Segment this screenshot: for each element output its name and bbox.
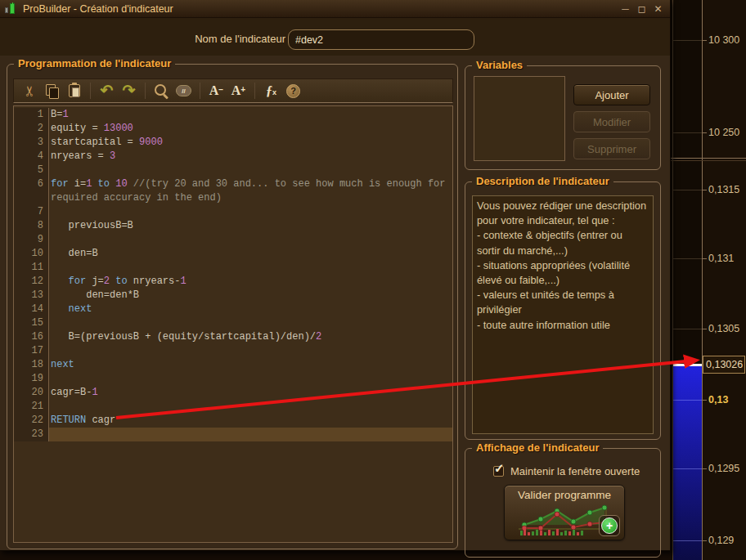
code-line: 11 bbox=[14, 261, 452, 275]
font-increase-icon[interactable]: A+ bbox=[227, 81, 249, 101]
code-line: 18next bbox=[14, 358, 452, 372]
axis-tickmark bbox=[702, 258, 707, 259]
line-number: 21 bbox=[14, 400, 49, 414]
function-icon[interactable]: ƒx bbox=[260, 81, 282, 101]
line-number: 17 bbox=[14, 344, 49, 358]
minimize-button[interactable]: ─ bbox=[620, 4, 631, 14]
line-number: 22 bbox=[14, 414, 49, 428]
variables-list[interactable] bbox=[474, 76, 565, 161]
help-icon[interactable]: ? bbox=[282, 81, 304, 101]
axis-tick-label: 10 300 bbox=[708, 34, 739, 46]
axis-tick-label: 0,1305 bbox=[708, 323, 739, 334]
description-group: Description de l'indicateur Vous pouvez … bbox=[465, 181, 661, 440]
close-button[interactable]: ✕ bbox=[653, 4, 663, 14]
axis-tickmark bbox=[702, 468, 707, 469]
axis-gridline bbox=[673, 468, 702, 469]
code-line: 8 previousB=B bbox=[14, 219, 452, 233]
line-number: 14 bbox=[14, 302, 49, 316]
axis-gridline bbox=[673, 400, 702, 401]
validate-program-button[interactable]: Valider programme bbox=[504, 485, 625, 540]
line-number: 7 bbox=[14, 205, 49, 219]
axis-gridline bbox=[673, 132, 702, 133]
line-number: 11 bbox=[14, 261, 49, 275]
indicator-value-line bbox=[673, 364, 702, 366]
panel-separator-line bbox=[671, 158, 746, 159]
maximize-button[interactable]: ◻ bbox=[636, 4, 647, 14]
axis-tickmark bbox=[702, 190, 707, 190]
keep-window-open-label: Maintenir la fenêtre ouverte bbox=[510, 465, 640, 477]
axis-tick-label: 10 250 bbox=[708, 127, 739, 138]
code-area[interactable]: 1B=12equity = 130003startcapital = 90004… bbox=[13, 105, 453, 543]
axis-tickmark bbox=[702, 540, 707, 541]
display-legend: Affichage de l'indicateur bbox=[472, 441, 603, 454]
code-line: 14 next bbox=[14, 302, 452, 316]
code-line: 22RETURN cagr bbox=[14, 414, 452, 428]
line-number: 13 bbox=[14, 289, 49, 302]
description-textarea[interactable]: Vous pouvez rédiger une description pour… bbox=[472, 195, 654, 434]
line-number: 3 bbox=[14, 136, 49, 150]
add-indicator-badge: + bbox=[599, 515, 620, 536]
cut-icon[interactable]: ✂ bbox=[19, 81, 41, 101]
panel-separator-shadow bbox=[671, 160, 746, 161]
code-line: 3startcapital = 9000 bbox=[14, 136, 452, 150]
validate-program-label: Valider programme bbox=[505, 489, 624, 501]
checkmark-icon: ✓ bbox=[494, 461, 505, 476]
comment-icon[interactable]: // bbox=[173, 81, 195, 101]
price-axis: 10 30010 2500,13150,1310,13050,130260,13… bbox=[671, 0, 746, 560]
code-line: 16 B=(previousB + (equity/startcapital)/… bbox=[14, 330, 452, 344]
code-line: 12 for j=2 to nryears-1 bbox=[14, 275, 452, 289]
editor-toolbar: ✂↶↷//A−A+ƒx? bbox=[13, 78, 453, 103]
line-number: 16 bbox=[14, 330, 49, 344]
indicator-blue-area bbox=[673, 366, 702, 560]
window-title: ProBuilder - Création d'indicateur bbox=[23, 3, 173, 15]
ajouter-button[interactable]: Ajouter bbox=[573, 84, 650, 105]
indicator-name-label: Nom de l'indicateur bbox=[195, 33, 285, 45]
axis-tick-label: 0,129 bbox=[708, 535, 734, 546]
code-line: 10 den=B bbox=[14, 247, 452, 261]
font-decrease-icon[interactable]: A− bbox=[205, 81, 227, 101]
axis-tickmark bbox=[702, 40, 707, 41]
line-number: 23 bbox=[14, 428, 49, 441]
code-line: 23 bbox=[14, 428, 452, 441]
redo-icon[interactable]: ↷ bbox=[118, 81, 140, 101]
indicator-name-input[interactable] bbox=[288, 29, 474, 50]
axis-gridline bbox=[673, 40, 702, 41]
title-bar: ProBuilder - Création d'indicateur ─◻✕ bbox=[0, 0, 670, 18]
variables-legend: Variables bbox=[472, 59, 527, 71]
axis-tickmark bbox=[702, 329, 707, 329]
axis-gridline bbox=[673, 329, 702, 329]
undo-icon[interactable]: ↶ bbox=[96, 81, 118, 101]
line-number: 10 bbox=[14, 247, 49, 261]
axis-tick-label: 0,13 bbox=[708, 394, 728, 405]
toolbar-separator bbox=[254, 83, 255, 99]
display-group: Affichage de l'indicateur ✓ Maintenir la… bbox=[465, 448, 661, 558]
paste-icon[interactable] bbox=[63, 81, 85, 101]
line-number: 2 bbox=[14, 122, 49, 136]
zoom-icon[interactable] bbox=[151, 81, 173, 101]
code-line: 1B=1 bbox=[14, 108, 452, 122]
copy-icon[interactable] bbox=[41, 81, 63, 101]
line-number: 4 bbox=[14, 150, 49, 164]
probuilder-dialog: ProBuilder - Création d'indicateur ─◻✕ N… bbox=[0, 0, 671, 551]
line-number: 19 bbox=[14, 372, 49, 386]
line-number: 12 bbox=[14, 275, 49, 289]
supprimer-button[interactable]: Supprimer bbox=[573, 138, 650, 159]
axis-tick-label: 0,1295 bbox=[708, 463, 739, 474]
description-legend: Description de l'indicateur bbox=[472, 175, 613, 187]
keep-window-open-checkbox[interactable]: ✓ bbox=[493, 466, 504, 477]
axis-gridline bbox=[673, 190, 702, 190]
chart-border-line bbox=[672, 0, 673, 560]
axis-tick-label: 0,1315 bbox=[708, 184, 739, 195]
line-number: 20 bbox=[14, 386, 49, 400]
line-number: 6 bbox=[14, 177, 49, 205]
axis-line bbox=[702, 0, 703, 560]
axis-tickmark bbox=[702, 400, 707, 401]
programming-group: Programmation de l'indicateur ✂↶↷//A−A+ƒ… bbox=[7, 64, 458, 549]
candlestick-icon bbox=[3, 2, 18, 16]
code-line: 2equity = 13000 bbox=[14, 122, 452, 136]
code-line: 4nryears = 3 bbox=[14, 150, 452, 164]
modifier-button[interactable]: Modifier bbox=[573, 111, 650, 132]
code-line: 5 bbox=[14, 164, 452, 177]
current-value-label: 0,13026 bbox=[703, 356, 745, 374]
line-number: 1 bbox=[14, 108, 49, 122]
